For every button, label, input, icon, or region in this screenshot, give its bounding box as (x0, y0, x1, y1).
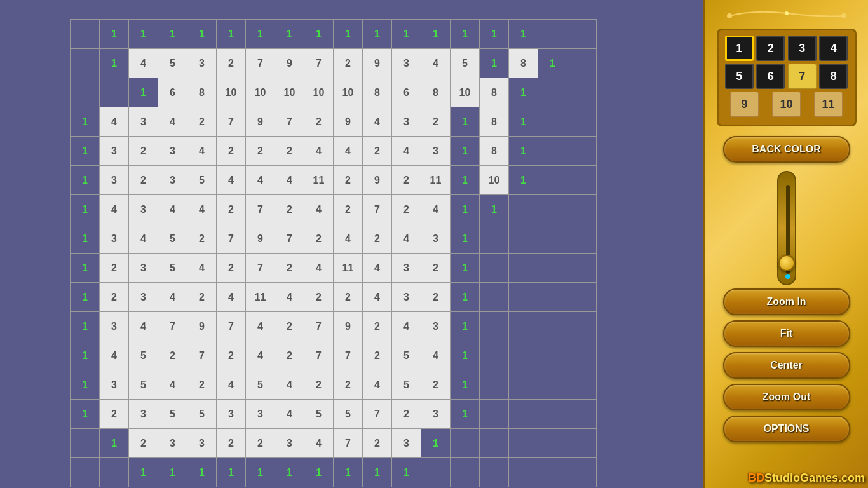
palette-cell-8[interactable]: 8 (819, 64, 848, 89)
grid-cell-5-5[interactable]: 4 (217, 166, 246, 195)
grid-cell-5-7[interactable]: 4 (275, 166, 304, 195)
grid-cell-1-16[interactable]: 1 (538, 49, 567, 78)
grid-cell-6-0[interactable]: 1 (71, 195, 100, 224)
grid-cell-2-10[interactable]: 8 (363, 78, 392, 107)
grid-cell-13-5[interactable]: 3 (217, 400, 246, 429)
grid-cell-6-14[interactable]: 1 (480, 195, 509, 224)
grid-cell-2-9[interactable]: 10 (334, 78, 363, 107)
grid-cell-6-8[interactable]: 4 (304, 195, 334, 224)
grid-cell-6-13[interactable]: 1 (451, 195, 480, 224)
grid-cell-10-0[interactable]: 1 (71, 312, 100, 341)
grid-cell-8-8[interactable]: 4 (304, 254, 334, 283)
grid-cell-13-4[interactable]: 5 (187, 400, 217, 429)
grid-cell-2-5[interactable]: 10 (217, 78, 246, 107)
grid-cell-15-6[interactable]: 1 (246, 458, 275, 487)
grid-cell-3-2[interactable]: 3 (129, 107, 158, 137)
grid-cell-3-4[interactable]: 2 (187, 107, 217, 137)
grid-cell-11-7[interactable]: 2 (275, 341, 304, 370)
grid-cell-12-17[interactable] (567, 370, 597, 400)
grid-cell-11-9[interactable]: 7 (334, 341, 363, 370)
center-button[interactable]: Center (723, 352, 850, 379)
grid-cell-3-14[interactable]: 8 (480, 107, 509, 137)
grid-cell-12-1[interactable]: 3 (100, 370, 129, 400)
grid-cell-7-0[interactable]: 1 (71, 224, 100, 254)
grid-cell-6-10[interactable]: 7 (363, 195, 392, 224)
grid-cell-15-10[interactable]: 1 (363, 458, 392, 487)
grid-cell-10-16[interactable] (538, 312, 567, 341)
grid-cell-11-17[interactable] (567, 341, 597, 370)
palette-cell-9[interactable]: 9 (730, 92, 759, 117)
grid-cell-5-2[interactable]: 2 (129, 166, 158, 195)
grid-cell-8-13[interactable]: 1 (451, 254, 480, 283)
grid-cell-11-15[interactable] (509, 341, 538, 370)
grid-cell-14-4[interactable]: 3 (187, 429, 217, 458)
zoom-slider[interactable] (777, 171, 796, 285)
grid-cell-0-12[interactable]: 1 (421, 20, 451, 49)
grid-cell-10-3[interactable]: 7 (158, 312, 187, 341)
grid-cell-9-6[interactable]: 11 (246, 283, 275, 312)
grid-cell-11-10[interactable]: 2 (363, 341, 392, 370)
grid-cell-7-14[interactable] (480, 224, 509, 254)
grid-cell-6-9[interactable]: 2 (334, 195, 363, 224)
palette-cell-11[interactable]: 11 (814, 92, 843, 117)
grid-cell-11-3[interactable]: 2 (158, 341, 187, 370)
grid-cell-3-3[interactable]: 4 (158, 107, 187, 137)
grid-cell-0-15[interactable]: 1 (509, 20, 538, 49)
grid-cell-12-14[interactable] (480, 370, 509, 400)
grid-cell-1-14[interactable]: 1 (480, 49, 509, 78)
grid-cell-6-4[interactable]: 4 (187, 195, 217, 224)
grid-cell-1-12[interactable]: 4 (421, 49, 451, 78)
grid-cell-6-1[interactable]: 4 (100, 195, 129, 224)
grid-cell-13-13[interactable]: 1 (451, 400, 480, 429)
grid-cell-8-0[interactable]: 1 (71, 254, 100, 283)
grid-cell-15-17[interactable] (567, 458, 597, 487)
grid-cell-8-6[interactable]: 7 (246, 254, 275, 283)
grid-cell-8-15[interactable] (509, 254, 538, 283)
grid-cell-13-12[interactable]: 3 (421, 400, 451, 429)
grid-cell-2-11[interactable]: 6 (392, 78, 421, 107)
grid-cell-9-0[interactable]: 1 (71, 283, 100, 312)
grid-cell-8-17[interactable] (567, 254, 597, 283)
grid-cell-12-16[interactable] (538, 370, 567, 400)
options-button[interactable]: OPTIONS (723, 416, 850, 442)
grid-cell-7-7[interactable]: 7 (275, 224, 304, 254)
grid-cell-1-0[interactable] (71, 49, 100, 78)
grid-cell-9-5[interactable]: 4 (217, 283, 246, 312)
grid-cell-13-7[interactable]: 4 (275, 400, 304, 429)
palette-cell-7[interactable]: 7 (788, 64, 817, 89)
grid-cell-14-7[interactable]: 3 (275, 429, 304, 458)
grid-cell-15-4[interactable]: 1 (187, 458, 217, 487)
grid-cell-13-0[interactable]: 1 (71, 400, 100, 429)
grid-cell-4-12[interactable]: 3 (421, 137, 451, 166)
grid-cell-3-7[interactable]: 7 (275, 107, 304, 137)
grid-cell-5-4[interactable]: 5 (187, 166, 217, 195)
grid-cell-9-13[interactable]: 1 (451, 283, 480, 312)
grid-cell-6-17[interactable] (567, 195, 597, 224)
grid-cell-13-16[interactable] (538, 400, 567, 429)
grid-cell-13-3[interactable]: 5 (158, 400, 187, 429)
grid-cell-12-11[interactable]: 5 (392, 370, 421, 400)
grid-cell-3-0[interactable]: 1 (71, 107, 100, 137)
grid-cell-4-17[interactable] (567, 137, 597, 166)
grid-cell-15-9[interactable]: 1 (334, 458, 363, 487)
grid-cell-14-14[interactable] (480, 429, 509, 458)
grid-cell-10-5[interactable]: 7 (217, 312, 246, 341)
grid-cell-5-3[interactable]: 3 (158, 166, 187, 195)
grid-cell-12-6[interactable]: 5 (246, 370, 275, 400)
grid-cell-12-12[interactable]: 2 (421, 370, 451, 400)
grid-cell-14-9[interactable]: 7 (334, 429, 363, 458)
grid-cell-4-1[interactable]: 3 (100, 137, 129, 166)
grid-cell-4-2[interactable]: 2 (129, 137, 158, 166)
grid-cell-0-14[interactable]: 1 (480, 20, 509, 49)
grid-cell-2-17[interactable] (567, 78, 597, 107)
grid-cell-2-2[interactable]: 1 (129, 78, 158, 107)
grid-cell-4-16[interactable] (538, 137, 567, 166)
grid-cell-14-15[interactable] (509, 429, 538, 458)
grid-cell-7-1[interactable]: 3 (100, 224, 129, 254)
grid-cell-2-6[interactable]: 10 (246, 78, 275, 107)
grid-cell-8-7[interactable]: 2 (275, 254, 304, 283)
grid-cell-15-13[interactable] (451, 458, 480, 487)
grid-cell-3-5[interactable]: 7 (217, 107, 246, 137)
grid-cell-12-0[interactable]: 1 (71, 370, 100, 400)
grid-cell-11-1[interactable]: 4 (100, 341, 129, 370)
